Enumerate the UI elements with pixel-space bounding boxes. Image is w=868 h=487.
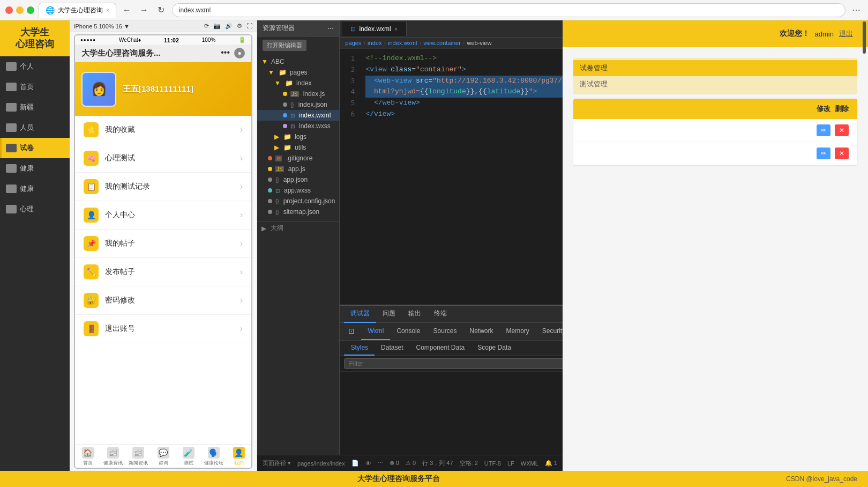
file-tree-index-wxml[interactable]: ⊡ index.wxml — [257, 110, 339, 121]
file-tree-index[interactable]: ▼ 📁 index — [257, 78, 339, 88]
mine-tab-label: 我的 — [234, 460, 244, 467]
tab-test[interactable]: 🧪 测试 — [176, 447, 201, 467]
address-bar[interactable]: index.wxml — [172, 3, 845, 17]
file-tree-app-wxss[interactable]: ⊡ app.wxss — [257, 185, 339, 196]
sub-nav-test-mgmt[interactable]: 测试管理 — [573, 76, 857, 92]
file-tree-root[interactable]: ▼ ABC — [257, 56, 339, 67]
time-label: 11:02 — [164, 37, 179, 43]
filter-input[interactable] — [344, 358, 563, 369]
wechat-circle-btn[interactable]: ● — [234, 48, 245, 58]
nav-item-news[interactable]: 新疆 — [0, 97, 70, 117]
delete-button-1[interactable]: ✕ — [835, 124, 849, 136]
file-tree-pages[interactable]: ▼ 📁 pages — [257, 67, 339, 78]
menu-item-my-posts[interactable]: 📌 我的帖子 › — [75, 230, 251, 258]
devtools-sub-tabs: Styles Dataset Component Data Scope Data — [340, 341, 563, 356]
logout-button[interactable]: 退出 — [839, 29, 853, 39]
devtools-tab-network[interactable]: Network — [463, 323, 499, 340]
wechat-simulator: iPhone 5 100% 16 ▼ ⟳ 📷 🔊 ⚙ ⛶ ●●●●● WeCha… — [70, 20, 257, 471]
devtools-main-tabs: 调试器 问题 输出 终端 — [344, 306, 453, 323]
window-max-button[interactable] — [27, 6, 34, 14]
menu-item-profile[interactable]: 👤 个人中心 › — [75, 201, 251, 230]
browser-tab[interactable]: 🌐 大学生心理咨询 × — [39, 3, 116, 18]
file-tree-app-js[interactable]: JS app.js — [257, 164, 339, 174]
devtools-subtab-scope-data[interactable]: Scope Data — [471, 341, 518, 356]
file-tree-gitignore[interactable]: ⊛ .gitignore — [257, 153, 339, 164]
refresh-button[interactable]: ↻ — [155, 4, 168, 17]
menu-item-logout[interactable]: 🚪 退出账号 › — [75, 315, 251, 343]
editor-tab-index-wxml[interactable]: ⊡ index.wxml × — [342, 22, 407, 36]
devtools-subtab-styles[interactable]: Styles — [344, 341, 375, 356]
nav-item-personal[interactable]: 个人 — [0, 56, 70, 77]
devtools-inspect-btn[interactable]: ⊡ — [342, 323, 361, 340]
consult-tab-icon: 💬 — [158, 447, 169, 459]
forward-button[interactable]: → — [138, 4, 151, 17]
tab-close-button[interactable]: × — [106, 8, 109, 13]
test-tab-icon: 🧪 — [183, 447, 194, 459]
nav-item-health2[interactable]: 健康 — [0, 179, 70, 199]
menu-item-test-records[interactable]: 📋 我的测试记录 › — [75, 173, 251, 201]
devtools-tab-console[interactable]: Console — [390, 323, 426, 340]
status-more-icon[interactable]: ⋯ — [378, 460, 384, 467]
devtools-subtab-component-data[interactable]: Component Data — [409, 341, 471, 356]
devtools-tab-terminal[interactable]: 终端 — [428, 306, 453, 323]
editor-tab-close[interactable]: × — [394, 26, 398, 32]
tab-home[interactable]: 🏠 首页 — [75, 447, 100, 467]
code-line-3: <web-view src="http://192.168.3.42:8080/… — [365, 76, 563, 87]
file-tree-app-json[interactable]: {} app.json — [257, 174, 339, 185]
tab-mine[interactable]: 👤 我的 — [226, 447, 251, 467]
breadcrumb-view-container: view.container — [423, 40, 461, 46]
menu-item-favorites[interactable]: ⭐ 我的收藏 › — [75, 116, 251, 144]
menu-item-password[interactable]: 🔐 密码修改 › — [75, 286, 251, 315]
nav-item-health1[interactable]: 健康 — [0, 158, 70, 179]
wechat-more-btn[interactable]: ••• — [221, 48, 230, 58]
devtools-tab-issues[interactable]: 问题 — [376, 306, 402, 323]
screenshot-icon[interactable]: 📷 — [213, 23, 221, 29]
fullscreen-icon[interactable]: ⛶ — [246, 23, 252, 29]
browser-more-button[interactable]: ⋯ — [850, 4, 863, 17]
nav-item-home[interactable]: 首页 — [0, 77, 70, 97]
devtools-tab-wxml[interactable]: Wxml — [361, 323, 390, 340]
devtools-tab-debugger[interactable]: 调试器 — [344, 306, 376, 323]
file-manager-more-icon[interactable]: ⋯ — [327, 25, 334, 32]
window-close-button[interactable] — [5, 6, 13, 14]
code-lines[interactable]: <!--index.wxml--> <view class="container… — [361, 49, 563, 305]
file-tree-sitemap[interactable]: {} sitemap.json — [257, 206, 339, 217]
tab-forum[interactable]: 🗣️ 健康论坛 — [201, 447, 226, 467]
tab-health-info[interactable]: 📰 健康资讯 — [100, 447, 125, 467]
file-tree-logs[interactable]: ▶ 📁 logs — [257, 131, 339, 142]
devtools-tab-memory[interactable]: Memory — [500, 323, 536, 340]
devtools-subtab-dataset[interactable]: Dataset — [375, 341, 409, 356]
sub-nav-exam-mgmt[interactable]: 试卷管理 — [573, 60, 857, 76]
file-tree-outline[interactable]: ▶ 大纲 — [257, 222, 339, 234]
nav-item-psych[interactable]: 心理 — [0, 199, 70, 219]
back-button[interactable]: ← — [121, 4, 133, 17]
delete-button-2[interactable]: ✕ — [835, 147, 849, 159]
file-tree-index-json[interactable]: {} index.json — [257, 99, 339, 110]
wechat-header: 大学生心理咨询服务... ••• ● — [75, 45, 251, 62]
nav-item-exam[interactable]: 试卷 — [0, 138, 70, 158]
window-min-button[interactable] — [16, 6, 24, 14]
settings-icon[interactable]: ⚙ — [237, 23, 242, 29]
tab-news[interactable]: 📰 新闻资讯 — [125, 447, 151, 467]
edit-button-2[interactable]: ✏ — [817, 147, 830, 159]
file-tree-project-config[interactable]: {} project.config.json — [257, 196, 339, 206]
profile-name: 王五[13811111111] — [123, 84, 193, 94]
edit-button-1[interactable]: ✏ — [817, 124, 830, 136]
tab-consult[interactable]: 💬 咨询 — [151, 447, 176, 467]
file-tree-utils[interactable]: ▶ 📁 utils — [257, 142, 339, 153]
app-js-dot — [268, 167, 272, 171]
devtools-styles-content — [340, 372, 563, 455]
status-eye-icon[interactable]: 👁 — [365, 460, 371, 467]
devtools-tab-sources[interactable]: Sources — [426, 323, 463, 340]
devtools-tab-output[interactable]: 输出 — [402, 306, 428, 323]
file-tree-index-wxss[interactable]: ⊡ index.wxss — [257, 121, 339, 131]
file-tree-index-js[interactable]: JS index.js — [257, 88, 339, 99]
devtools-tab-security[interactable]: Security — [536, 323, 563, 340]
menu-item-post[interactable]: ✏️ 发布帖子 › — [75, 258, 251, 286]
nav-item-users[interactable]: 人员 — [0, 117, 70, 138]
arrow-icon2: › — [240, 153, 243, 163]
open-editor-button[interactable]: 打开附编辑器 — [263, 40, 306, 51]
menu-item-psych-test[interactable]: 🧠 心理测试 › — [75, 144, 251, 173]
audio-icon[interactable]: 🔊 — [225, 23, 233, 29]
rotate-icon[interactable]: ⟳ — [204, 23, 209, 29]
